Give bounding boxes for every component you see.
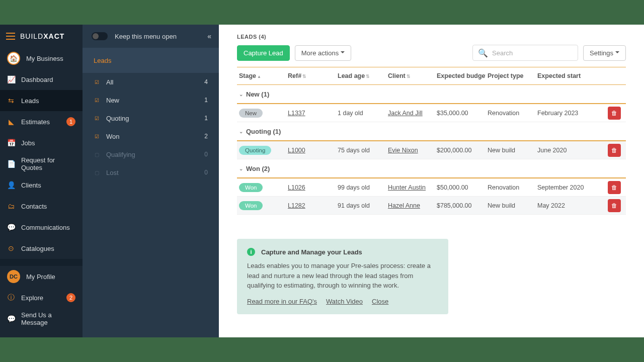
nav-item-contacts[interactable]: 🗂 Contacts	[0, 196, 83, 217]
nav-icon: ⊙	[7, 244, 15, 252]
table-body: ⌄New (1)NewL13371 day oldJack And Jill$3…	[237, 85, 626, 215]
nav-label: Catalogues	[21, 245, 54, 252]
client-link[interactable]: Hazel Anne	[388, 202, 420, 209]
filter-lost[interactable]: ▢ Lost 0	[83, 163, 219, 182]
stage-pill: New	[239, 109, 263, 118]
nav-item-clients[interactable]: 👤 Clients	[0, 174, 83, 196]
nav-item-communications[interactable]: 💬 Communications	[0, 217, 83, 238]
nav-item-request-for-quotes[interactable]: 📄 Request for Quotes	[0, 153, 83, 174]
col-client[interactable]: Client	[386, 72, 435, 79]
nav-icon: 📄	[7, 160, 15, 168]
filter-all[interactable]: ☑ All 4	[83, 73, 219, 91]
nav-item-catalogues[interactable]: ⊙ Catalogues	[0, 238, 83, 259]
col-ref[interactable]: Ref#	[286, 72, 336, 79]
info-faq-link[interactable]: Read more in our FAQ's	[247, 298, 317, 305]
subpanel-header: Keep this menu open «	[83, 25, 219, 48]
group-header[interactable]: ⌄Quoting (1)	[237, 122, 626, 141]
my-profile[interactable]: DC My Profile	[0, 266, 83, 287]
nav-item-estimates[interactable]: ◣ Estimates1	[0, 111, 83, 132]
filter-label: Quoting	[106, 115, 129, 122]
nav-item-jobs[interactable]: 📅 Jobs	[0, 132, 83, 153]
filter-label: Qualifying	[106, 151, 135, 158]
filter-quoting[interactable]: ☑ Quoting 1	[83, 109, 219, 127]
info-links: Read more in our FAQ's Watch Video Close	[247, 298, 438, 305]
table-row[interactable]: QuotingL100075 days oldEvie Nixon$200,00…	[237, 141, 626, 159]
lead-age: 75 days old	[336, 147, 386, 154]
info-video-link[interactable]: Watch Video	[326, 298, 363, 305]
delete-button[interactable]: 🗑	[608, 181, 621, 194]
client-link[interactable]: Hunter Austin	[388, 184, 426, 191]
ref-link[interactable]: L1000	[288, 147, 305, 154]
table-row[interactable]: NewL13371 day oldJack And Jill$35,000.00…	[237, 104, 626, 122]
filter-count: 1	[204, 115, 208, 122]
leads-count-header: LEADS (4)	[237, 25, 626, 45]
subpanel-title: Leads	[83, 48, 219, 73]
filter-won[interactable]: ☑ Won 2	[83, 127, 219, 145]
table-row[interactable]: WonL128291 days oldHazel Anne$785,000.00…	[237, 197, 626, 215]
app-window: BUILDXACT 🏠 My Business 📈 Dashboard⇆ Lea…	[0, 25, 644, 337]
info-panel: i Capture and Manage your Leads Leads en…	[237, 239, 448, 314]
nav-item-dashboard[interactable]: 📈 Dashboard	[0, 69, 83, 90]
group-title: Won (2)	[246, 165, 270, 172]
budget: $200,000.00	[435, 147, 486, 154]
client-link[interactable]: Evie Nixon	[388, 147, 418, 154]
lead-age: 1 day old	[336, 110, 386, 117]
lead-age: 91 days old	[336, 202, 386, 209]
col-stage[interactable]: Stage	[237, 72, 286, 79]
filter-qualifying[interactable]: ▢ Qualifying 0	[83, 145, 219, 163]
chevron-down-icon: ⌄	[239, 92, 243, 97]
nav-label: Estimates	[21, 118, 50, 126]
nav-label: Explore	[21, 294, 43, 302]
nav-item-send-us-a-message[interactable]: 💬 Send Us a Message	[0, 308, 83, 329]
my-business-label: My Business	[26, 55, 63, 62]
more-actions-button[interactable]: More actions	[295, 45, 351, 61]
ref-link[interactable]: L1282	[288, 202, 305, 209]
capture-lead-button[interactable]: Capture Lead	[237, 45, 290, 61]
nav-icon: ⓘ	[7, 294, 15, 302]
nav-badge: 2	[66, 293, 75, 302]
ref-link[interactable]: L1337	[288, 110, 305, 117]
collapse-icon[interactable]: «	[207, 32, 210, 40]
group-title: Quoting (1)	[246, 128, 281, 135]
group-header[interactable]: ⌄Won (2)	[237, 159, 626, 178]
nav-icon: 📈	[7, 75, 15, 83]
filter-new[interactable]: ☑ New 1	[83, 91, 219, 109]
info-close-link[interactable]: Close	[372, 298, 388, 305]
chevron-down-icon	[339, 49, 345, 57]
col-start[interactable]: Expected start	[535, 72, 596, 79]
my-business[interactable]: 🏠 My Business	[0, 48, 83, 69]
delete-button[interactable]: 🗑	[608, 107, 621, 120]
keep-open-toggle[interactable]	[92, 32, 108, 40]
info-body: Leads enables you to manage your Pre-sal…	[247, 261, 438, 291]
col-type[interactable]: Project type	[486, 72, 535, 79]
nav-item-leads[interactable]: ⇆ Leads	[0, 90, 83, 111]
col-age[interactable]: Lead age	[336, 72, 386, 79]
search-box[interactable]: 🔍	[472, 45, 578, 61]
table-row[interactable]: WonL102699 days oldHunter Austin$50,000.…	[237, 178, 626, 197]
filter-label: Won	[106, 133, 120, 140]
client-link[interactable]: Jack And Jill	[388, 110, 423, 117]
filter-count: 0	[204, 151, 208, 158]
chevron-down-icon: ⌄	[239, 129, 243, 134]
project-type: Renovation	[486, 110, 535, 117]
budget: $35,000.00	[435, 110, 486, 117]
delete-button[interactable]: 🗑	[608, 199, 621, 212]
group-header[interactable]: ⌄New (1)	[237, 85, 626, 104]
nav-icon: ⇆	[7, 97, 15, 105]
nav-label: Contacts	[21, 203, 47, 210]
expected-start: September 2020	[535, 184, 596, 191]
ref-link[interactable]: L1026	[288, 184, 305, 191]
nav-item-explore[interactable]: ⓘ Explore2	[0, 287, 83, 308]
filter-count: 0	[204, 169, 208, 176]
nav-icon: 📅	[7, 139, 15, 147]
search-input[interactable]	[492, 49, 577, 57]
brand-logo: BUILDXACT	[20, 32, 64, 40]
budget: $50,000.00	[435, 184, 486, 191]
delete-button[interactable]: 🗑	[608, 144, 621, 157]
info-icon: i	[247, 248, 255, 256]
settings-button[interactable]: Settings	[583, 45, 626, 61]
menu-icon[interactable]	[6, 33, 15, 40]
col-budget[interactable]: Expected budget	[435, 72, 486, 79]
checkbox-icon: ▢	[94, 169, 100, 176]
stage-pill: Quoting	[239, 146, 271, 155]
